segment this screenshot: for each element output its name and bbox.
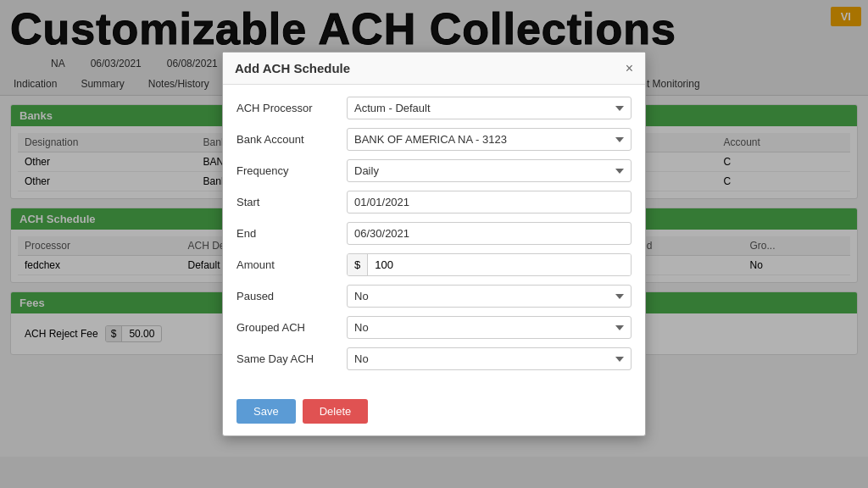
grouped-ach-row: Grouped ACH No xyxy=(236,316,632,339)
paused-row: Paused No xyxy=(236,285,632,308)
amount-wrapper: $ xyxy=(347,253,632,276)
modal-overlay: Add ACH Schedule × ACH Processor Actum -… xyxy=(0,0,868,488)
bank-account-label: Bank Account xyxy=(236,133,347,146)
delete-button[interactable]: Delete xyxy=(303,399,369,424)
frequency-row: Frequency Daily xyxy=(236,159,632,182)
add-ach-modal: Add ACH Schedule × ACH Processor Actum -… xyxy=(222,52,646,436)
start-input[interactable] xyxy=(347,191,632,214)
same-day-label: Same Day ACH xyxy=(236,352,347,365)
bank-account-row: Bank Account BANK OF AMERICA NA - 3123 xyxy=(236,128,632,151)
end-label: End xyxy=(236,227,347,240)
same-day-select[interactable]: No xyxy=(347,347,632,370)
paused-label: Paused xyxy=(236,290,347,302)
modal-title: Add ACH Schedule xyxy=(235,61,350,75)
start-row: Start xyxy=(236,191,632,214)
modal-body: ACH Processor Actum - Default Bank Accou… xyxy=(223,85,645,391)
grouped-ach-select[interactable]: No xyxy=(347,316,632,339)
grouped-ach-label: Grouped ACH xyxy=(236,321,347,334)
save-button[interactable]: Save xyxy=(236,399,296,424)
ach-processor-select[interactable]: Actum - Default xyxy=(347,97,632,119)
amount-row: Amount $ xyxy=(236,253,632,276)
frequency-label: Frequency xyxy=(236,164,347,177)
modal-close-button[interactable]: × xyxy=(626,62,633,75)
bank-account-select[interactable]: BANK OF AMERICA NA - 3123 xyxy=(347,128,632,151)
end-input[interactable] xyxy=(347,222,632,245)
same-day-ach-row: Same Day ACH No xyxy=(236,347,632,370)
amount-input[interactable] xyxy=(368,254,631,275)
paused-select[interactable]: No xyxy=(347,285,632,308)
ach-processor-label: ACH Processor xyxy=(236,102,347,114)
frequency-select[interactable]: Daily xyxy=(347,159,632,182)
start-label: Start xyxy=(236,196,347,208)
modal-header: Add ACH Schedule × xyxy=(223,53,645,85)
end-row: End xyxy=(236,222,632,245)
ach-processor-row: ACH Processor Actum - Default xyxy=(236,97,632,119)
amount-symbol: $ xyxy=(348,254,368,275)
modal-footer: Save Delete xyxy=(223,391,645,435)
amount-label: Amount xyxy=(236,258,347,271)
